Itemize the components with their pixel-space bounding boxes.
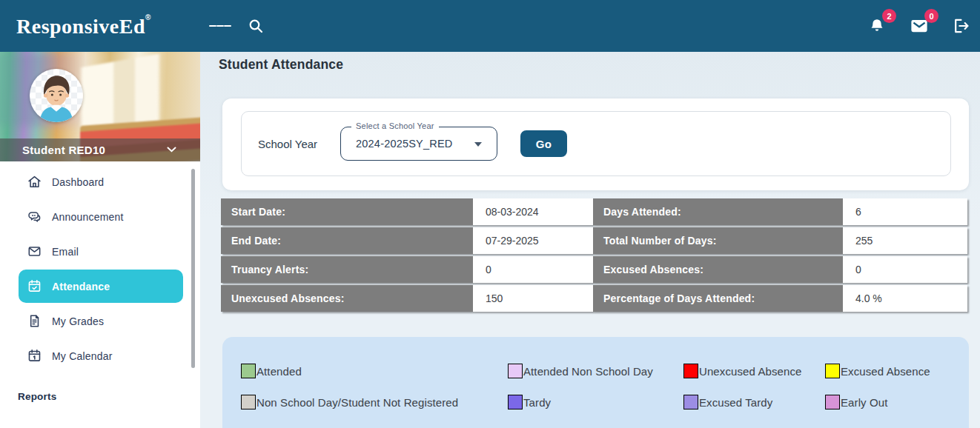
- grades-document-icon: [27, 313, 42, 329]
- selected-school-year: 2024-2025SY_RED: [341, 138, 452, 150]
- legend-swatch-early-out: [825, 395, 840, 409]
- calendar-icon: [27, 348, 42, 364]
- summary-label: Total Number of Days:: [593, 227, 843, 254]
- school-year-label: School Year: [258, 138, 317, 150]
- sidebar-item-announcement[interactable]: Announcement: [0, 199, 200, 234]
- legend-swatch-excused-absence: [825, 364, 840, 378]
- legend-swatch-attended-non-school-day: [508, 364, 523, 378]
- summary-label: Percentage of Days Attended:: [593, 285, 843, 312]
- sidebar-item-label: Email: [52, 246, 79, 258]
- logout-icon[interactable]: [950, 15, 973, 37]
- legend-swatch-excused-tardy: [683, 395, 698, 409]
- summary-value: 0: [843, 256, 967, 283]
- legend-item: Excused Absence: [825, 364, 960, 378]
- mail-icon[interactable]: 0: [908, 15, 930, 37]
- sidebar-item-my-grades[interactable]: My Grades: [0, 304, 200, 338]
- sidebar-item-label: My Calendar: [52, 350, 113, 362]
- select-caret-icon: [474, 142, 482, 147]
- chevron-down-icon: [167, 147, 176, 153]
- bell-icon[interactable]: 2: [866, 15, 888, 37]
- summary-label: Start Date:: [221, 198, 473, 225]
- chat-bubbles-icon: [27, 209, 42, 224]
- attendance-summary-table: Start Date: 08-03-2024 Days Attended: 6 …: [221, 198, 967, 312]
- brand-logo: ResponsiveEd®: [16, 13, 151, 39]
- legend-swatch-non-school-day: [241, 395, 256, 409]
- profile-header: Student RED10: [0, 52, 200, 161]
- summary-value: 4.0 %: [843, 285, 967, 312]
- summary-label: Truancy Alerts:: [221, 256, 473, 283]
- calendar-check-icon: [27, 278, 42, 294]
- go-button[interactable]: Go: [520, 130, 567, 157]
- sidebar-item-attendance[interactable]: Attendance: [19, 270, 183, 303]
- sidebar-item-my-calendar[interactable]: My Calendar: [0, 338, 200, 373]
- sidebar: Student RED10 Dashboard Announcement Ema…: [0, 52, 200, 428]
- legend-item: Non School Day/Student Not Registered: [241, 395, 508, 409]
- legend-item: Tardy: [508, 395, 683, 409]
- legend-swatch-unexcused-absence: [683, 364, 698, 378]
- sidebar-scrollbar[interactable]: [191, 169, 195, 368]
- sidebar-item-label: My Grades: [52, 315, 104, 327]
- reports-section-label: Reports: [0, 391, 200, 402]
- top-navbar: ResponsiveEd® 2 0: [0, 0, 980, 52]
- envelope-icon: [27, 244, 42, 259]
- legend-item: Attended: [241, 364, 508, 378]
- summary-label: Days Attended:: [593, 198, 843, 225]
- sidebar-menu: Dashboard Announcement Email Attendance …: [0, 161, 200, 373]
- sidebar-item-label: Dashboard: [52, 176, 104, 188]
- search-icon[interactable]: [245, 15, 267, 37]
- legend-item: Unexcused Absence: [683, 364, 825, 378]
- avatar: [30, 69, 83, 122]
- legend-swatch-tardy: [508, 395, 523, 409]
- legend-item: Attended Non School Day: [508, 364, 683, 378]
- school-year-select[interactable]: Select a School Year 2024-2025SY_RED: [340, 127, 497, 161]
- legend-item: Early Out: [825, 395, 960, 409]
- registered-mark: ®: [145, 13, 151, 21]
- student-name: Student RED10: [22, 144, 105, 156]
- legend-swatch-attended: [241, 364, 256, 378]
- summary-value: 150: [473, 285, 593, 312]
- select-floating-label: Select a School Year: [351, 121, 439, 130]
- school-year-filter-box: School Year Select a School Year 2024-20…: [241, 111, 951, 176]
- menu-icon[interactable]: [209, 15, 231, 37]
- sidebar-item-label: Attendance: [52, 281, 110, 292]
- sidebar-item-dashboard[interactable]: Dashboard: [0, 164, 200, 199]
- summary-value: 255: [843, 227, 967, 254]
- notifications-badge: 2: [882, 9, 896, 23]
- school-year-card: School Year Select a School Year 2024-20…: [222, 98, 969, 190]
- attendance-legend-card: Attended Attended Non School Day Unexcus…: [222, 337, 969, 428]
- legend-item: Excused Tardy: [683, 395, 825, 409]
- summary-value: 07-29-2025: [473, 227, 593, 254]
- summary-label: Excused Absences:: [593, 256, 843, 283]
- summary-value: 0: [473, 256, 593, 283]
- summary-value: 08-03-2024: [473, 198, 593, 225]
- sidebar-item-email[interactable]: Email: [0, 234, 200, 269]
- page-title: Student Attendance: [219, 57, 343, 73]
- summary-label: Unexcused Absences:: [221, 285, 473, 312]
- main-content: Student Attendance School Year Select a …: [200, 52, 980, 428]
- legend-grid: Attended Attended Non School Day Unexcus…: [222, 337, 969, 409]
- sidebar-item-label: Announcement: [52, 211, 124, 223]
- summary-label: End Date:: [221, 227, 473, 254]
- student-selector[interactable]: Student RED10: [0, 138, 200, 161]
- summary-value: 6: [843, 198, 967, 225]
- messages-badge: 0: [924, 9, 938, 23]
- home-icon: [27, 174, 42, 190]
